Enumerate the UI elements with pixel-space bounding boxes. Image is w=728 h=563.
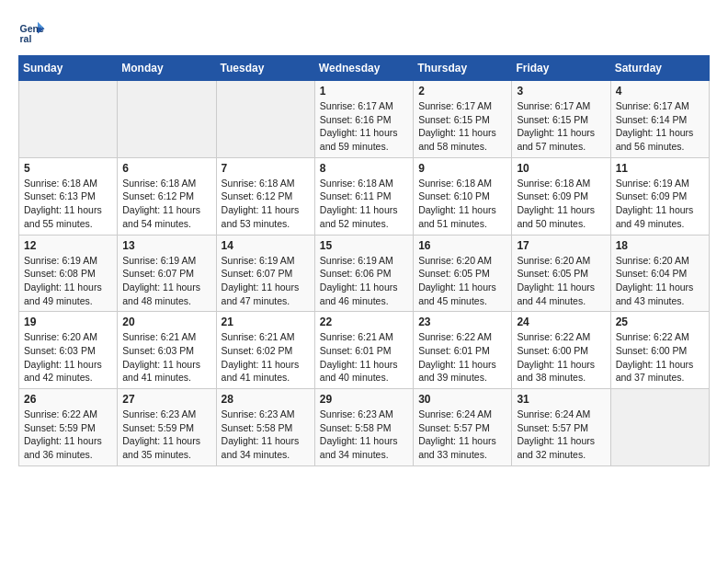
day-info: Sunrise: 6:20 AM Sunset: 6:04 PM Dayligh… — [616, 254, 704, 308]
day-number: 14 — [222, 239, 310, 252]
weekday-header-tuesday: Tuesday — [216, 56, 314, 81]
day-info: Sunrise: 6:18 AM Sunset: 6:12 PM Dayligh… — [222, 177, 310, 231]
day-info: Sunrise: 6:24 AM Sunset: 5:57 PM Dayligh… — [517, 408, 605, 462]
calendar-cell: 6Sunrise: 6:18 AM Sunset: 6:12 PM Daylig… — [118, 157, 216, 235]
calendar-cell: 9Sunrise: 6:18 AM Sunset: 6:10 PM Daylig… — [414, 157, 512, 235]
day-number: 22 — [320, 316, 408, 328]
day-info: Sunrise: 6:18 AM Sunset: 6:09 PM Dayligh… — [517, 177, 605, 231]
calendar-week-row: 1Sunrise: 6:17 AM Sunset: 6:16 PM Daylig… — [19, 81, 710, 158]
weekday-header-row: SundayMondayTuesdayWednesdayThursdayFrid… — [19, 56, 710, 81]
day-number: 7 — [222, 162, 310, 175]
calendar-cell: 20Sunrise: 6:21 AM Sunset: 6:03 PM Dayli… — [118, 312, 216, 389]
day-number: 2 — [418, 85, 506, 98]
svg-text:ral: ral — [20, 33, 32, 44]
day-info: Sunrise: 6:22 AM Sunset: 6:00 PM Dayligh… — [616, 330, 704, 385]
day-number: 6 — [122, 162, 210, 175]
calendar-cell: 15Sunrise: 6:19 AM Sunset: 6:06 PM Dayli… — [314, 235, 413, 312]
day-number: 1 — [320, 85, 408, 98]
calendar-cell: 3Sunrise: 6:17 AM Sunset: 6:15 PM Daylig… — [512, 81, 610, 158]
day-info: Sunrise: 6:19 AM Sunset: 6:07 PM Dayligh… — [222, 254, 310, 308]
calendar-cell: 7Sunrise: 6:18 AM Sunset: 6:12 PM Daylig… — [216, 157, 314, 235]
calendar-week-row: 12Sunrise: 6:19 AM Sunset: 6:08 PM Dayli… — [19, 235, 710, 312]
calendar-cell — [216, 81, 314, 158]
calendar-cell: 2Sunrise: 6:17 AM Sunset: 6:15 PM Daylig… — [414, 81, 512, 158]
day-number: 4 — [616, 85, 704, 98]
day-info: Sunrise: 6:18 AM Sunset: 6:10 PM Dayligh… — [418, 177, 506, 231]
calendar-cell — [19, 81, 118, 158]
calendar-cell: 14Sunrise: 6:19 AM Sunset: 6:07 PM Dayli… — [216, 235, 314, 312]
calendar-cell: 24Sunrise: 6:22 AM Sunset: 6:00 PM Dayli… — [512, 312, 610, 389]
day-info: Sunrise: 6:19 AM Sunset: 6:06 PM Dayligh… — [320, 254, 408, 308]
day-number: 15 — [320, 239, 408, 252]
calendar-cell: 29Sunrise: 6:23 AM Sunset: 5:58 PM Dayli… — [314, 389, 413, 466]
day-info: Sunrise: 6:23 AM Sunset: 5:58 PM Dayligh… — [222, 408, 310, 462]
day-info: Sunrise: 6:18 AM Sunset: 6:11 PM Dayligh… — [320, 177, 408, 231]
day-number: 28 — [222, 393, 310, 406]
calendar-cell: 5Sunrise: 6:18 AM Sunset: 6:13 PM Daylig… — [19, 157, 118, 235]
day-number: 12 — [24, 239, 112, 252]
calendar-week-row: 5Sunrise: 6:18 AM Sunset: 6:13 PM Daylig… — [19, 157, 710, 235]
page-header: Gene ral — [18, 18, 710, 46]
calendar-cell: 31Sunrise: 6:24 AM Sunset: 5:57 PM Dayli… — [512, 389, 610, 466]
calendar-cell: 13Sunrise: 6:19 AM Sunset: 6:07 PM Dayli… — [118, 235, 216, 312]
weekday-header-sunday: Sunday — [19, 56, 118, 81]
day-number: 23 — [418, 316, 506, 328]
logo-icon: Gene ral — [18, 18, 46, 46]
calendar-cell: 18Sunrise: 6:20 AM Sunset: 6:04 PM Dayli… — [610, 235, 709, 312]
day-info: Sunrise: 6:20 AM Sunset: 6:05 PM Dayligh… — [517, 254, 605, 308]
day-info: Sunrise: 6:20 AM Sunset: 6:05 PM Dayligh… — [418, 254, 506, 308]
day-info: Sunrise: 6:21 AM Sunset: 6:02 PM Dayligh… — [222, 330, 310, 385]
day-number: 9 — [418, 162, 506, 175]
logo: Gene ral — [18, 18, 50, 46]
calendar-cell: 21Sunrise: 6:21 AM Sunset: 6:02 PM Dayli… — [216, 312, 314, 389]
day-number: 19 — [24, 316, 112, 328]
day-info: Sunrise: 6:22 AM Sunset: 5:59 PM Dayligh… — [24, 408, 112, 462]
calendar-cell: 28Sunrise: 6:23 AM Sunset: 5:58 PM Dayli… — [216, 389, 314, 466]
day-info: Sunrise: 6:24 AM Sunset: 5:57 PM Dayligh… — [418, 408, 506, 462]
weekday-header-saturday: Saturday — [610, 56, 709, 81]
day-info: Sunrise: 6:23 AM Sunset: 5:59 PM Dayligh… — [122, 408, 210, 462]
calendar-week-row: 26Sunrise: 6:22 AM Sunset: 5:59 PM Dayli… — [19, 389, 710, 466]
calendar-cell: 17Sunrise: 6:20 AM Sunset: 6:05 PM Dayli… — [512, 235, 610, 312]
day-number: 17 — [517, 239, 605, 252]
day-number: 21 — [222, 316, 310, 328]
calendar-cell: 10Sunrise: 6:18 AM Sunset: 6:09 PM Dayli… — [512, 157, 610, 235]
day-number: 13 — [122, 239, 210, 252]
calendar-cell: 8Sunrise: 6:18 AM Sunset: 6:11 PM Daylig… — [314, 157, 413, 235]
day-number: 11 — [616, 162, 704, 175]
weekday-header-thursday: Thursday — [414, 56, 512, 81]
calendar-body: 1Sunrise: 6:17 AM Sunset: 6:16 PM Daylig… — [19, 81, 710, 466]
calendar-cell: 4Sunrise: 6:17 AM Sunset: 6:14 PM Daylig… — [610, 81, 709, 158]
day-number: 5 — [24, 162, 112, 175]
day-info: Sunrise: 6:19 AM Sunset: 6:08 PM Dayligh… — [24, 254, 112, 308]
day-number: 27 — [122, 393, 210, 406]
day-number: 29 — [320, 393, 408, 406]
day-info: Sunrise: 6:20 AM Sunset: 6:03 PM Dayligh… — [24, 330, 112, 385]
day-info: Sunrise: 6:19 AM Sunset: 6:09 PM Dayligh… — [616, 177, 704, 231]
day-number: 25 — [616, 316, 704, 328]
calendar-cell: 23Sunrise: 6:22 AM Sunset: 6:01 PM Dayli… — [414, 312, 512, 389]
calendar-cell — [118, 81, 216, 158]
day-number: 24 — [517, 316, 605, 328]
day-number: 18 — [616, 239, 704, 252]
calendar-cell: 12Sunrise: 6:19 AM Sunset: 6:08 PM Dayli… — [19, 235, 118, 312]
weekday-header-monday: Monday — [118, 56, 216, 81]
day-number: 8 — [320, 162, 408, 175]
calendar-header: SundayMondayTuesdayWednesdayThursdayFrid… — [19, 56, 710, 81]
calendar-week-row: 19Sunrise: 6:20 AM Sunset: 6:03 PM Dayli… — [19, 312, 710, 389]
day-info: Sunrise: 6:22 AM Sunset: 6:01 PM Dayligh… — [418, 330, 506, 385]
calendar-table: SundayMondayTuesdayWednesdayThursdayFrid… — [18, 55, 710, 466]
day-info: Sunrise: 6:17 AM Sunset: 6:15 PM Dayligh… — [517, 99, 605, 154]
day-number: 10 — [517, 162, 605, 175]
weekday-header-friday: Friday — [512, 56, 610, 81]
day-info: Sunrise: 6:22 AM Sunset: 6:00 PM Dayligh… — [517, 330, 605, 385]
day-info: Sunrise: 6:18 AM Sunset: 6:12 PM Dayligh… — [122, 177, 210, 231]
calendar-cell: 1Sunrise: 6:17 AM Sunset: 6:16 PM Daylig… — [314, 81, 413, 158]
day-number: 3 — [517, 85, 605, 98]
calendar-cell: 22Sunrise: 6:21 AM Sunset: 6:01 PM Dayli… — [314, 312, 413, 389]
day-info: Sunrise: 6:19 AM Sunset: 6:07 PM Dayligh… — [122, 254, 210, 308]
calendar-cell: 25Sunrise: 6:22 AM Sunset: 6:00 PM Dayli… — [610, 312, 709, 389]
weekday-header-wednesday: Wednesday — [314, 56, 413, 81]
day-info: Sunrise: 6:17 AM Sunset: 6:15 PM Dayligh… — [418, 99, 506, 154]
day-number: 31 — [517, 393, 605, 406]
